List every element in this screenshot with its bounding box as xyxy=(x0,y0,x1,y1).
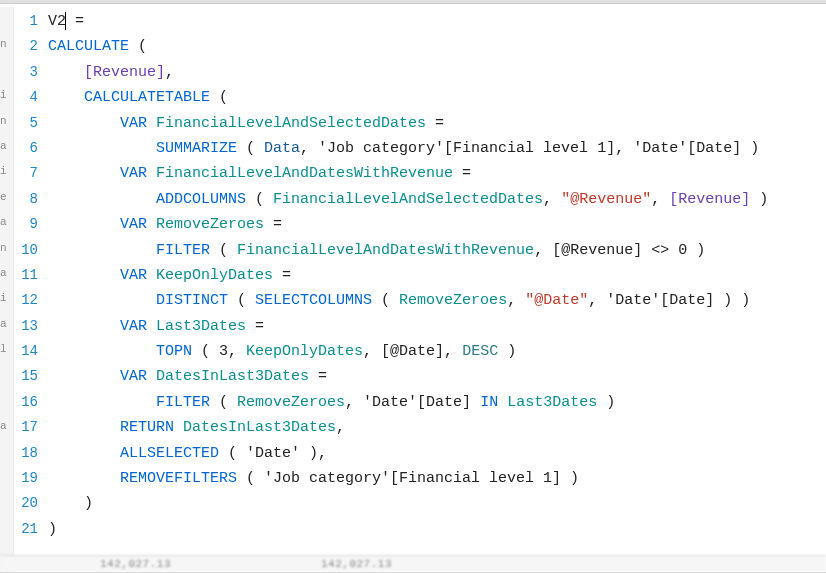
line-number: 17 xyxy=(14,415,38,440)
token-op xyxy=(147,368,156,385)
token-measure: [Revenue] xyxy=(84,64,165,81)
code-line[interactable]: SUMMARIZE ( Data, 'Job category'[Financi… xyxy=(48,136,826,161)
line-number: 12 xyxy=(14,288,38,313)
line-number: 19 xyxy=(14,466,38,491)
token-op: ) xyxy=(498,343,516,360)
line-number: 21 xyxy=(14,517,38,542)
token-op: ) xyxy=(597,394,615,411)
token-op: , xyxy=(165,64,174,81)
token-kw: VAR xyxy=(120,368,147,385)
token-tbl: Data xyxy=(264,140,300,157)
code-line[interactable]: REMOVEFILTERS ( 'Job category'[Financial… xyxy=(48,466,826,491)
token-op: = xyxy=(264,216,282,233)
token-op xyxy=(147,318,156,335)
token-fn: TOPN xyxy=(156,343,192,360)
token-op: V2 xyxy=(48,13,66,30)
code-line[interactable]: ) xyxy=(48,517,826,542)
code-line[interactable]: FILTER ( FinancialLevelAndDatesWithReven… xyxy=(48,238,826,263)
token-kw: CALCULATE xyxy=(48,38,129,55)
token-varname: RemoveZeroes xyxy=(399,292,507,309)
token-varname: FinancialLevelAndDatesWithRevenue xyxy=(156,165,453,182)
token-op xyxy=(147,165,156,182)
left-margin-chars: n i n a i e a n a i a l a xyxy=(0,7,14,572)
token-op xyxy=(147,216,156,233)
token-str: "@Revenue" xyxy=(561,191,651,208)
status-bar-blur: 142,027.13 142,027.13 xyxy=(0,555,826,572)
token-op: , 'Job category'[Financial level 1], 'Da… xyxy=(300,140,759,157)
token-fn: SUMMARIZE xyxy=(156,140,237,157)
token-op: , [@Date], xyxy=(363,343,462,360)
token-fn: DISTINCT xyxy=(156,292,228,309)
token-kw: VAR xyxy=(120,165,147,182)
token-op: = xyxy=(309,368,327,385)
token-measure: [Revenue] xyxy=(669,191,750,208)
token-op xyxy=(147,267,156,284)
line-number: 4 xyxy=(14,85,38,110)
token-op: ( xyxy=(210,394,237,411)
token-op: ( 'Date' ), xyxy=(219,445,327,462)
token-kw: IN xyxy=(480,394,498,411)
token-op xyxy=(498,394,507,411)
code-area[interactable]: V2 =CALCULATE ( [Revenue], CALCULATETABL… xyxy=(44,7,826,572)
line-number: 13 xyxy=(14,314,38,339)
code-line[interactable]: CALCULATE ( xyxy=(48,34,826,59)
token-varname: Last3Dates xyxy=(156,318,246,335)
code-line[interactable]: VAR RemoveZeroes = xyxy=(48,212,826,237)
token-varname: FinancialLevelAndDatesWithRevenue xyxy=(237,242,534,259)
code-line[interactable]: TOPN ( 3, KeepOnlyDates, [@Date], DESC ) xyxy=(48,339,826,364)
code-line[interactable]: ADDCOLUMNS ( FinancialLevelAndSelectedDa… xyxy=(48,187,826,212)
token-op: , xyxy=(651,191,669,208)
footer-value-a: 142,027.13 xyxy=(100,558,171,570)
token-op: = xyxy=(246,318,264,335)
code-line[interactable]: V2 = xyxy=(48,9,826,34)
code-line[interactable]: [Revenue], xyxy=(48,60,826,85)
code-line[interactable]: RETURN DatesInLast3Dates, xyxy=(48,415,826,440)
token-fn: SELECTCOLUMNS xyxy=(255,292,372,309)
token-op: ) xyxy=(48,521,57,538)
token-op: ( xyxy=(228,292,255,309)
token-fn: FILTER xyxy=(156,242,210,259)
token-str: "@Date" xyxy=(525,292,588,309)
footer-value-b: 142,027.13 xyxy=(321,558,392,570)
code-line[interactable]: VAR FinancialLevelAndSelectedDates = xyxy=(48,111,826,136)
token-varname: KeepOnlyDates xyxy=(246,343,363,360)
token-op: ( xyxy=(129,38,147,55)
token-op: ) xyxy=(750,191,768,208)
token-op: , xyxy=(543,191,561,208)
line-number: 2 xyxy=(14,34,38,59)
line-number: 6 xyxy=(14,136,38,161)
code-line[interactable]: VAR FinancialLevelAndDatesWithRevenue = xyxy=(48,161,826,186)
code-line[interactable]: CALCULATETABLE ( xyxy=(48,85,826,110)
token-fn: FILTER xyxy=(156,394,210,411)
token-fn: REMOVEFILTERS xyxy=(120,470,237,487)
token-varname: Last3Dates xyxy=(507,394,597,411)
token-kw: VAR xyxy=(120,318,147,335)
token-op: = xyxy=(453,165,471,182)
token-op: ( 3, xyxy=(192,343,246,360)
token-op: , 'Date'[Date] ) ) xyxy=(588,292,750,309)
token-op: ) xyxy=(84,495,93,512)
line-number: 11 xyxy=(14,263,38,288)
token-op: = xyxy=(426,115,444,132)
line-number: 9 xyxy=(14,212,38,237)
token-varname: FinancialLevelAndSelectedDates xyxy=(273,191,543,208)
line-number: 8 xyxy=(14,187,38,212)
line-number: 15 xyxy=(14,364,38,389)
token-op: ( xyxy=(246,191,273,208)
code-line[interactable]: ) xyxy=(48,491,826,516)
token-varname: DatesInLast3Dates xyxy=(156,368,309,385)
dax-editor[interactable]: n i n a i e a n a i a l a 12345678910111… xyxy=(0,0,826,573)
code-line[interactable]: FILTER ( RemoveZeroes, 'Date'[Date] IN L… xyxy=(48,390,826,415)
line-number: 3 xyxy=(14,60,38,85)
token-varname: DatesInLast3Dates xyxy=(183,419,336,436)
code-line[interactable]: ALLSELECTED ( 'Date' ), xyxy=(48,441,826,466)
token-op: ( xyxy=(372,292,399,309)
code-line[interactable]: VAR DatesInLast3Dates = xyxy=(48,364,826,389)
token-op: , xyxy=(336,419,345,436)
line-number: 16 xyxy=(14,390,38,415)
code-line[interactable]: VAR Last3Dates = xyxy=(48,314,826,339)
code-line[interactable]: VAR KeepOnlyDates = xyxy=(48,263,826,288)
code-line[interactable]: DISTINCT ( SELECTCOLUMNS ( RemoveZeroes,… xyxy=(48,288,826,313)
token-varname: KeepOnlyDates xyxy=(156,267,273,284)
token-op: , xyxy=(507,292,525,309)
